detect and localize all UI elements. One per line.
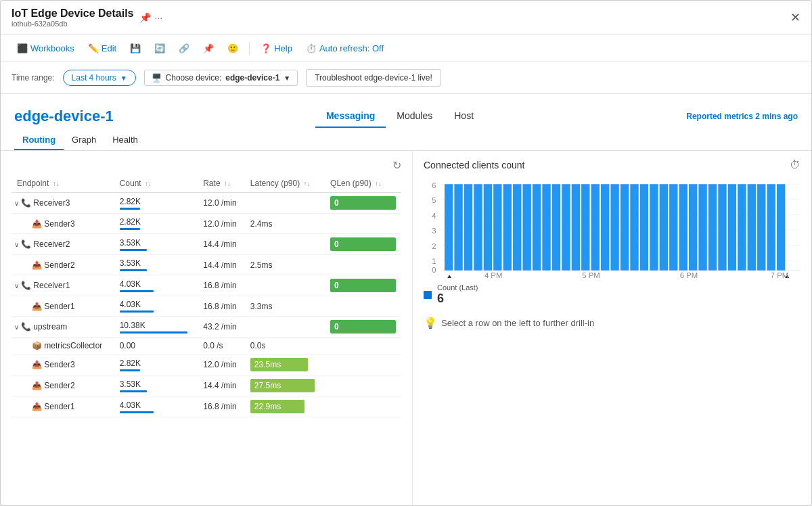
svg-text:4: 4 [432,212,436,219]
left-panel: ↻ Endpoint ↑↓ Count ↑↓ [1,151,412,505]
edit-icon: ✏️ [88,43,99,53]
count-value: 10.38K [120,321,193,330]
endpoint-sort-icon[interactable]: ↑↓ [53,180,60,187]
table-row[interactable]: 📤 Sender2 3.53K 14.4 /min2.5ms [12,255,401,275]
count-bar [120,331,187,334]
emoji-button[interactable]: 🙂 [222,41,244,56]
content-area: edge-device-1 Messaging Modules Host Rep… [1,94,811,505]
expand-icon[interactable]: ∨ [14,282,19,290]
pin-toolbar-button[interactable]: 📌 [198,41,219,56]
endpoint-name: metricsCollector [44,341,102,350]
latency-cell: 3.3ms [245,296,325,317]
table-row[interactable]: ∨📞 Receiver1 4.03K 16.8 /min0 [12,275,401,296]
save-button[interactable]: 💾 [125,41,146,56]
auto-refresh-icon: ⏱️ [306,43,317,53]
expand-icon[interactable]: ∨ [14,241,19,248]
count-cell: 3.53K [114,255,198,275]
table-row[interactable]: 📤 Sender1 4.03K 16.8 /min22.9ms [12,396,401,417]
window-subtitle: iothub-632a05db [12,20,134,28]
device-header: edge-device-1 Messaging Modules Host Rep… [1,94,811,128]
svg-rect-48 [777,184,785,271]
table-row[interactable]: ∨📞 Receiver3 2.82K 12.0 /min0 [12,193,401,214]
share-icon: 🔗 [179,43,189,53]
latency-cell: 2.5ms [245,255,325,275]
endpoint-cell: 📤 Sender1 [12,296,114,317]
device-tabs: Messaging Modules Host [315,105,484,128]
chart-history-icon[interactable]: ⏱ [790,159,800,171]
svg-rect-17 [474,184,482,271]
chart-area: 6 5 4 3 2 1 0 [424,177,800,278]
endpoint-name: upstream [33,322,67,331]
latency-cell: 2.4ms [245,214,325,234]
drill-in-message: 💡 Select a row on the left to further dr… [424,317,800,329]
svg-text:1: 1 [432,258,436,265]
sub-tab-graph[interactable]: Graph [64,131,104,150]
latency-cell [245,317,325,338]
expand-icon[interactable]: ∨ [14,200,19,207]
qlen-bar: 0 [330,320,396,334]
edit-button[interactable]: ✏️ Edit [83,41,122,56]
device-select[interactable]: 🖥️ Choose device: edge-device-1 ▼ [144,70,298,86]
close-icon[interactable]: ✕ [790,10,800,25]
pin-icon[interactable]: 📌 [139,12,151,23]
col-latency: Latency (p90) ↑↓ [245,175,325,193]
table-row[interactable]: 📤 Sender3 2.82K 12.0 /min2.4ms [12,214,401,234]
table-row[interactable]: 📤 Sender3 2.82K 12.0 /min23.5ms [12,354,401,375]
count-sort-icon[interactable]: ↑↓ [145,180,152,187]
latency-cell: 23.5ms [245,354,325,375]
refresh-button[interactable]: 🔄 [149,41,171,56]
endpoint-name: Receiver1 [33,281,70,290]
qlen-cell [325,354,401,375]
table-row[interactable]: ∨📞 upstream 10.38K 43.2 /min0 [12,317,401,338]
endpoint-cell: 📤 Sender2 [12,255,114,275]
svg-rect-26 [562,184,570,271]
share-button[interactable]: 🔗 [173,41,195,56]
table-row[interactable]: 📤 Sender2 3.53K 14.4 /min27.5ms [12,375,401,396]
rate-cell: 16.8 /min [198,396,245,417]
sub-tabs: Routing Graph Health [1,128,811,151]
legend-color-box [424,291,432,299]
sub-tab-health[interactable]: Health [104,131,146,150]
table-row[interactable]: ∨📞 Receiver2 3.53K 14.4 /min0 [12,234,401,255]
endpoint-name: Sender2 [44,381,74,390]
rate-cell: 43.2 /min [198,317,245,338]
latency-sort-icon[interactable]: ↑↓ [304,180,311,187]
sender-icon: 📤 [32,381,42,390]
svg-rect-23 [533,184,541,271]
expand-icon[interactable]: ∨ [14,323,19,331]
svg-rect-22 [522,184,531,271]
latency-cell [245,193,325,214]
auto-refresh-button[interactable]: ⏱️ Auto refresh: Off [300,41,389,56]
tab-host[interactable]: Host [443,105,484,128]
workbooks-button[interactable]: ⬛ Workbooks [12,41,80,56]
table-row[interactable]: 📤 Sender1 4.03K 16.8 /min3.3ms [12,296,401,317]
svg-text:6 PM: 6 PM [680,271,698,278]
more-icon[interactable]: ··· [155,12,163,23]
time-range-button[interactable]: Last 4 hours ▼ [63,70,136,86]
tab-messaging[interactable]: Messaging [315,105,386,128]
count-bar [120,369,140,371]
latency-bar: 22.9ms [250,400,304,413]
endpoint-cell: ∨📞 Receiver1 [12,275,114,296]
rate-cell: 0.0 /s [198,338,245,354]
count-cell: 4.03K [114,396,198,417]
auto-refresh-label: Auto refresh: Off [319,43,384,53]
col-qlen: QLen (p90) ↑↓ [325,175,401,193]
rate-sort-icon[interactable]: ↑↓ [224,180,231,187]
svg-rect-16 [464,184,472,271]
count-cell: 2.82K [114,354,198,375]
sub-tab-routing[interactable]: Routing [14,131,64,150]
troubleshoot-button[interactable]: Troubleshoot edge-device-1 live! [306,69,441,87]
refresh-spinner-icon[interactable]: ↻ [392,159,401,172]
endpoint-name: Sender3 [44,360,74,369]
count-bar [120,411,154,413]
latency-cell: 22.9ms [245,396,325,417]
tab-modules[interactable]: Modules [386,105,443,128]
svg-rect-33 [630,184,638,271]
chart-title: Connected clients count [424,160,524,170]
svg-rect-28 [581,184,589,271]
sender-icon: 📤 [32,219,42,229]
help-button[interactable]: ❓ Help [255,41,298,56]
table-row[interactable]: 📦 metricsCollector 0.00 0.0 /s0.0s [12,338,401,354]
qlen-sort-icon[interactable]: ↑↓ [375,180,382,187]
